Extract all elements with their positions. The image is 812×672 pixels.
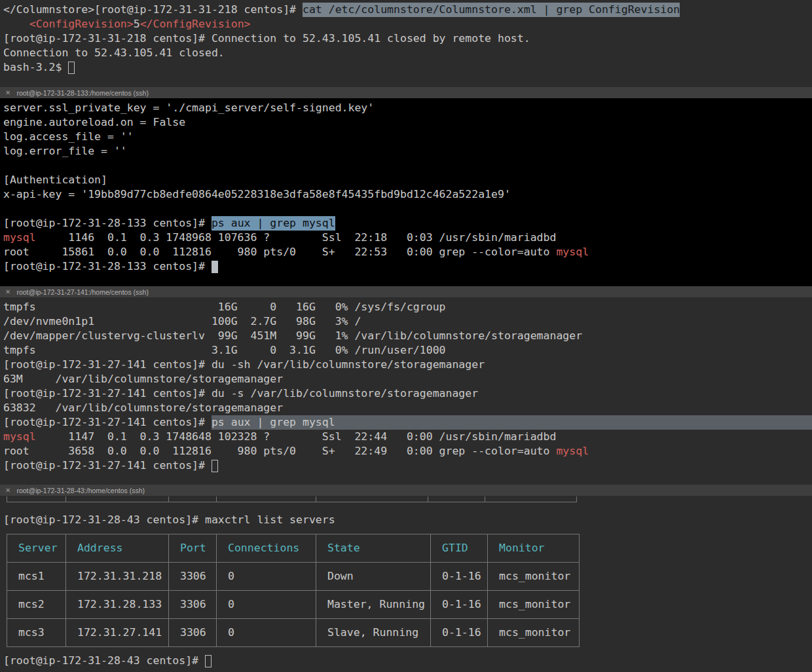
server-table-cell: 0-1-16 <box>431 591 488 619</box>
server-table-cell: 0 <box>217 563 316 591</box>
terminal-text: [root@ip-172-31-31-218 centos]# Connecti… <box>3 31 530 46</box>
terminal-line: <ConfigRevision>5</ConfigRevision> <box>3 17 812 31</box>
terminal-line: [Authentication] <box>3 173 812 187</box>
server-table-header: Port <box>169 534 217 563</box>
terminal-line: server.ssl_private_key = './cmapi_server… <box>3 101 812 115</box>
spacer <box>3 527 812 534</box>
close-pane-icon[interactable]: ✕ <box>5 289 10 295</box>
terminal-line: log.access_file = '' <box>3 130 812 144</box>
terminal-text: [root@ip-172-31-27-141 centos]# du -s /v… <box>3 386 478 401</box>
server-table-cell: 0 <box>217 591 316 619</box>
server-table-cell: mcs_monitor <box>488 563 580 591</box>
terminal-line: engine.autoreload.on = False <box>3 115 812 130</box>
terminal-text: log.error_file = '' <box>3 144 127 159</box>
terminal-line <box>3 202 812 216</box>
pane-ip-172-31-27-141-content[interactable]: tmpfs 16G 0 16G 0% /sys/fs/cgroup/dev/nv… <box>0 297 812 473</box>
terminal-line: [root@ip-172-31-28-133 centos]# ps aux |… <box>3 216 812 231</box>
pane-titlebar-ip-172-31-28-43[interactable]: ✕ root@ip-172-31-28-43:/home/centos (ssh… <box>0 485 812 496</box>
pane-ip-172-31-31-218: </Columnstore>[root@ip-172-31-31-218 cen… <box>0 0 812 87</box>
close-pane-icon[interactable]: ✕ <box>5 90 10 96</box>
terminal-line: [root@ip-172-31-28-133 centos]# <box>3 259 812 274</box>
terminal-cursor-hollow <box>205 655 212 667</box>
pane-ip-172-31-28-43-content[interactable]: [root@ip-172-31-28-43 centos]# maxctrl l… <box>0 496 812 668</box>
server-table-cell: mcs2 <box>7 591 66 619</box>
server-table-cell: 0 <box>217 619 316 647</box>
pane-ip-172-31-27-141: ✕ root@ip-172-31-27-141:/home/centos (ss… <box>0 286 812 485</box>
server-table-header: Address <box>66 534 169 563</box>
pane-ip-172-31-28-133-content[interactable]: server.ssl_private_key = './cmapi_server… <box>0 98 812 274</box>
server-table-cell: 0-1-16 <box>431 619 488 647</box>
terminal-text: </ConfigRevision> <box>140 17 251 31</box>
terminal-line <box>3 159 812 173</box>
terminal-text <box>3 17 29 31</box>
terminal-text: 1146 0.1 0.3 1748968 107636 ? Ssl 22:18 … <box>36 231 557 245</box>
table-border-tick <box>216 496 217 502</box>
terminal-text: 1147 0.1 0.3 1748648 102328 ? Ssl 22:44 … <box>36 430 557 444</box>
terminal-text: mysql <box>3 430 36 444</box>
truncated-table-bottom-border <box>7 498 577 502</box>
terminal-text: [root@ip-172-31-27-141 centos]# <box>3 415 212 430</box>
table-border-tick <box>7 496 7 502</box>
terminal-window: </Columnstore>[root@ip-172-31-31-218 cen… <box>0 0 812 672</box>
terminal-text: [root@ip-172-31-27-141 centos]# <box>3 458 212 473</box>
terminal-line: mysql 1147 0.1 0.3 1748648 102328 ? Ssl … <box>3 430 812 444</box>
pane-ip-172-31-28-133: ✕ root@ip-172-31-28-133:/home/centos (ss… <box>0 87 812 286</box>
table-border-tick <box>428 496 428 502</box>
terminal-line: log.error_file = '' <box>3 144 812 159</box>
terminal-line: /dev/mapper/clustervg-clusterlv 99G 451M… <box>3 329 812 343</box>
terminal-text: Connection to 52.43.105.41 closed. <box>3 46 225 60</box>
server-table-row: mcs1172.31.31.21833060Down0-1-16mcs_moni… <box>7 563 580 591</box>
terminal-line: [root@ip-172-31-28-43 centos]# <box>3 654 812 668</box>
pane-title: root@ip-172-31-28-133:/home/centos (ssh) <box>16 89 149 97</box>
close-pane-icon[interactable]: ✕ <box>5 487 10 494</box>
terminal-line: mysql 1146 0.1 0.3 1748968 107636 ? Ssl … <box>3 231 812 245</box>
server-table-header: State <box>316 534 431 563</box>
table-border-tick <box>485 496 485 502</box>
server-table-header: Monitor <box>488 534 580 563</box>
terminal-text: ps aux | grep mysql <box>212 216 335 231</box>
terminal-text: cat /etc/columnstore/Columnstore.xml | g… <box>303 3 680 17</box>
server-table-row: mcs2172.31.28.13333060Master, Running0-1… <box>7 591 580 619</box>
pane-ip-172-31-28-43: ✕ root@ip-172-31-28-43:/home/centos (ssh… <box>0 485 812 672</box>
terminal-text: [root@ip-172-31-28-43 centos]# <box>3 654 205 668</box>
pane-title: root@ip-172-31-27-141:/home/centos (ssh) <box>16 288 149 296</box>
server-table-cell: Slave, Running <box>316 619 431 647</box>
terminal-line: Connection to 52.43.105.41 closed. <box>3 46 812 60</box>
server-table-cell: 3306 <box>169 591 217 619</box>
server-table-cell: mcs3 <box>7 619 66 647</box>
terminal-text: log.access_file = '' <box>3 130 134 144</box>
server-table-header: Server <box>7 534 66 563</box>
terminal-text: engine.autoreload.on = False <box>3 115 185 130</box>
terminal-line: [root@ip-172-31-27-141 centos]# du -sh /… <box>3 358 812 372</box>
terminal-line: bash-3.2$ <box>3 60 812 75</box>
terminal-text: 63M /var/lib/columnstore/storagemanager <box>3 372 283 386</box>
terminal-cursor-hollow <box>68 62 75 74</box>
terminal-line: tmpfs 3.1G 0 3.1G 0% /run/user/1000 <box>3 343 812 358</box>
table-border-tick <box>576 496 577 502</box>
server-table-cell: mcs_monitor <box>488 619 580 647</box>
table-border-tick <box>65 496 66 502</box>
terminal-line: [root@ip-172-31-27-141 centos]# <box>3 458 812 473</box>
terminal-text: <ConfigRevision> <box>29 17 134 31</box>
pane-ip-172-31-31-218-content[interactable]: </Columnstore>[root@ip-172-31-31-218 cen… <box>0 0 812 75</box>
terminal-text: /dev/nvme0n1p1 100G 2.7G 98G 3% / <box>3 314 361 329</box>
terminal-text: [root@ip-172-31-28-133 centos]# <box>3 216 212 231</box>
table-border-tick <box>168 496 169 502</box>
terminal-text: server.ssl_private_key = './cmapi_server… <box>3 101 374 115</box>
terminal-text: [root@ip-172-31-27-141 centos]# du -sh /… <box>3 358 485 372</box>
terminal-text: [root@ip-172-31-28-43 centos]# maxctrl l… <box>3 513 335 527</box>
pane-titlebar-ip-172-31-27-141[interactable]: ✕ root@ip-172-31-27-141:/home/centos (ss… <box>0 286 812 297</box>
terminal-text: tmpfs 16G 0 16G 0% /sys/fs/cgroup <box>3 300 446 314</box>
terminal-line: root 3658 0.0 0.0 112816 980 pts/0 S+ 22… <box>3 444 812 458</box>
server-table-cell: 172.31.28.133 <box>66 591 169 619</box>
terminal-line: 63832 /var/lib/columnstore/storagemanage… <box>3 401 812 415</box>
server-table-cell: Master, Running <box>316 591 431 619</box>
terminal-text: 63832 /var/lib/columnstore/storagemanage… <box>3 401 283 415</box>
pane-titlebar-ip-172-31-28-133[interactable]: ✕ root@ip-172-31-28-133:/home/centos (ss… <box>0 87 812 98</box>
terminal-text: mysql <box>556 444 589 458</box>
terminal-cursor-hollow <box>212 460 218 472</box>
terminal-text: x-api-key = '19bb89d77cb8edfe0864e052283… <box>3 187 511 202</box>
pane-title: root@ip-172-31-28-43:/home/centos (ssh) <box>16 487 145 495</box>
terminal-line: tmpfs 16G 0 16G 0% /sys/fs/cgroup <box>3 300 812 314</box>
server-table-cell: 0-1-16 <box>431 563 488 591</box>
